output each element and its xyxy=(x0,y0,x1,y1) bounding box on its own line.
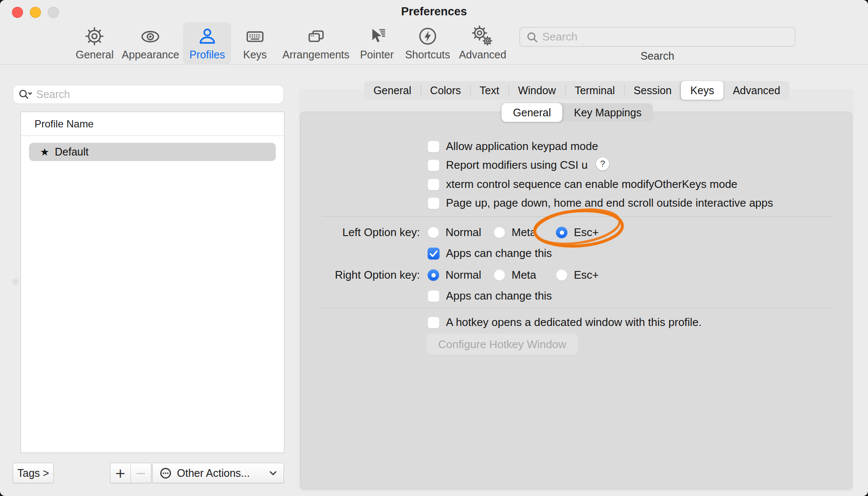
subtab-key-mappings[interactable]: Key Mappings xyxy=(562,103,653,122)
search-filter-icon xyxy=(18,89,33,101)
toolbar-search-caption: Search xyxy=(519,50,796,62)
preferences-window: Preferences General Appearance Profiles xyxy=(0,0,868,496)
checkbox-hotkey-window[interactable] xyxy=(428,317,440,329)
checkbox-label: xterm control sequence can enable modify… xyxy=(446,178,738,191)
radio-right-normal[interactable]: Normal xyxy=(428,268,481,282)
checkbox-label: Apps can change this xyxy=(446,289,552,303)
radio-icon xyxy=(556,269,567,281)
checkbox-left-apps-change[interactable] xyxy=(428,248,440,260)
checkbox-row-modify-other-keys: xterm control sequence can enable modify… xyxy=(428,178,738,191)
checkbox-label: A hotkey opens a dedicated window with t… xyxy=(446,316,702,329)
toolbar-item-label: Pointer xyxy=(360,49,393,61)
person-icon xyxy=(197,26,218,47)
checkbox-label: Page up, page down, home and end scroll … xyxy=(446,196,773,210)
tab-text[interactable]: Text xyxy=(470,81,509,100)
other-actions-label: Other Actions... xyxy=(177,467,250,479)
section-divider xyxy=(322,308,832,309)
radio-icon xyxy=(428,227,439,238)
checkbox-page-scroll[interactable] xyxy=(428,197,440,209)
tab-general[interactable]: General xyxy=(364,81,421,100)
checkbox-row-page-scroll: Page up, page down, home and end scroll … xyxy=(428,196,773,210)
left-option-key-label: Left Option key: xyxy=(273,226,420,239)
eye-icon xyxy=(140,26,161,47)
gear-icon xyxy=(84,26,105,47)
tab-terminal[interactable]: Terminal xyxy=(565,81,624,100)
profile-name: Default xyxy=(55,146,89,158)
toolbar-item-appearance[interactable]: Appearance xyxy=(116,22,186,65)
toolbar-item-advanced[interactable]: Advanced xyxy=(452,22,512,65)
toolbar-search-input[interactable] xyxy=(542,30,789,43)
gears-icon xyxy=(472,26,493,47)
profile-list: Profile Name ★ Default xyxy=(20,112,284,453)
tab-window[interactable]: Window xyxy=(509,81,565,100)
radio-right-esc[interactable]: Esc+ xyxy=(556,268,599,282)
checkbox-row-right-apps-change: Apps can change this xyxy=(428,289,552,303)
toolbar-item-pointer[interactable]: Pointer xyxy=(353,22,400,65)
checkbox-modify-other-keys[interactable] xyxy=(428,179,440,190)
tab-session[interactable]: Session xyxy=(624,81,681,100)
checkmark-icon xyxy=(428,248,440,260)
checkbox-right-apps-change[interactable] xyxy=(428,290,440,302)
checkbox-label: Report modifiers using CSI u xyxy=(446,159,587,172)
cursor-icon xyxy=(366,26,388,47)
chevron-down-icon xyxy=(269,471,277,476)
profile-tabbar: General Colors Text Window Terminal Sess… xyxy=(364,81,790,100)
toolbar-item-label: Keys xyxy=(243,49,267,61)
toolbar-item-label: Shortcuts xyxy=(405,49,450,61)
star-icon: ★ xyxy=(40,146,49,158)
help-button[interactable]: ? xyxy=(596,157,609,170)
checkbox-row-csi-u: Report modifiers using CSI u xyxy=(428,159,587,172)
ellipsis-circle-icon xyxy=(159,467,172,479)
windows-icon xyxy=(305,26,327,47)
checkbox-row-hotkey-window: A hotkey opens a dedicated window with t… xyxy=(428,316,702,329)
toolbar-item-label: Appearance xyxy=(122,49,179,61)
toolbar-item-arrangements[interactable]: Arrangements xyxy=(276,22,356,65)
radio-left-normal[interactable]: Normal xyxy=(428,226,481,239)
keys-subtabbar: General Key Mappings xyxy=(501,103,653,122)
checkbox-label: Allow application keypad mode xyxy=(446,140,598,153)
toolbar-item-label: Profiles xyxy=(189,49,225,61)
right-option-key-label: Right Option key: xyxy=(273,268,420,282)
toolbar-item-keys[interactable]: Keys xyxy=(237,22,273,65)
add-remove-profile-buttons: + − xyxy=(110,463,151,483)
toolbar-search-field[interactable] xyxy=(519,27,796,47)
other-actions-dropdown[interactable]: Other Actions... xyxy=(152,463,284,483)
profile-list-header: Profile Name xyxy=(21,112,284,136)
radio-icon xyxy=(428,269,439,281)
radio-left-meta[interactable]: Meta xyxy=(494,226,536,239)
toolbar-item-label: General xyxy=(76,49,114,61)
toolbar-item-profiles[interactable]: Profiles xyxy=(183,22,231,65)
tab-keys[interactable]: Keys xyxy=(681,81,723,100)
configure-hotkey-window-button[interactable]: Configure Hotkey Window xyxy=(426,334,578,355)
window-title: Preferences xyxy=(0,5,868,18)
profile-search-input[interactable] xyxy=(36,88,278,101)
profile-row-default[interactable]: ★ Default xyxy=(29,143,276,161)
section-divider xyxy=(322,216,832,217)
tab-advanced[interactable]: Advanced xyxy=(723,81,790,100)
checkbox-row-keypad-mode: Allow application keypad mode xyxy=(428,140,598,153)
checkbox-allow-keypad[interactable] xyxy=(428,141,440,153)
checkbox-report-csi-u[interactable] xyxy=(428,159,440,171)
toolbar-item-label: Arrangements xyxy=(282,49,349,61)
tab-colors[interactable]: Colors xyxy=(421,81,470,100)
radio-icon xyxy=(556,227,567,238)
tags-button[interactable]: Tags > xyxy=(13,463,54,483)
keyboard-icon xyxy=(244,26,266,47)
profile-search-field[interactable] xyxy=(13,85,284,104)
toolbar-item-label: Advanced xyxy=(459,49,506,61)
add-profile-button[interactable]: + xyxy=(110,463,131,483)
lightning-icon xyxy=(417,26,438,47)
toolbar-item-shortcuts[interactable]: Shortcuts xyxy=(399,22,457,65)
subtab-general[interactable]: General xyxy=(501,103,562,122)
toolbar-item-general[interactable]: General xyxy=(69,22,120,65)
titlebar: Preferences General Appearance Profiles xyxy=(0,0,868,65)
radio-left-esc[interactable]: Esc+ xyxy=(556,226,599,239)
radio-right-meta[interactable]: Meta xyxy=(494,268,536,282)
radio-icon xyxy=(494,227,505,238)
remove-profile-button[interactable]: − xyxy=(131,463,151,483)
search-icon xyxy=(526,31,538,43)
checkbox-label: Apps can change this xyxy=(446,247,552,260)
checkbox-row-left-apps-change: Apps can change this xyxy=(428,247,552,260)
radio-icon xyxy=(494,269,505,281)
splitter-handle[interactable] xyxy=(12,279,19,285)
